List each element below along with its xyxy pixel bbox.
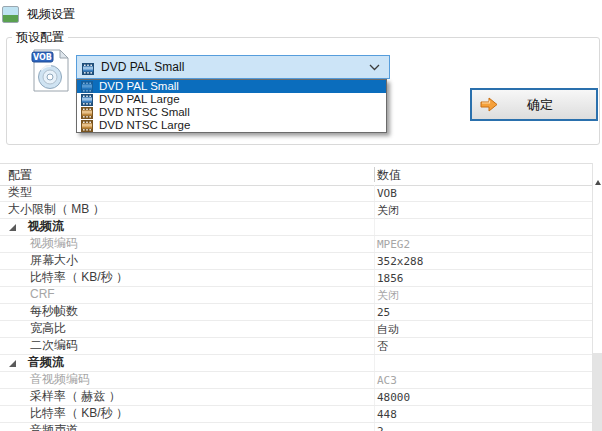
setting-label: 屏幕大小 [30, 253, 78, 268]
cell-divider [374, 355, 375, 371]
setting-label: 比特率（ KB/秒 ） [30, 270, 128, 285]
setting-value: 48000 [377, 390, 410, 405]
table-row: CRF关闭 [0, 287, 592, 304]
setting-label: 比特率（ KB/秒 ） [30, 406, 128, 421]
expander-triangle-icon[interactable] [9, 360, 16, 367]
film-strip-tan-icon [81, 107, 93, 119]
table-row[interactable]: 宽高比自动 [0, 321, 592, 338]
setting-value: 448 [377, 407, 397, 422]
preset-combobox[interactable]: DVD PAL Small [76, 55, 390, 79]
settings-table-body: 类型VOB大小限制（ MB ）关闭视频流视频编码MPEG2屏幕大小352x288… [0, 185, 592, 431]
setting-label: 视频编码 [30, 236, 78, 251]
setting-value: 25 [377, 305, 390, 320]
table-scrollbar[interactable] [592, 163, 602, 431]
vob-file-icon: VOB [31, 49, 71, 93]
dropdown-item[interactable]: DVD PAL Large [77, 93, 386, 106]
setting-value: 关闭 [377, 288, 399, 303]
table-row[interactable]: 采样率（ 赫兹 ）48000 [0, 389, 592, 406]
setting-value: 352x288 [377, 254, 423, 269]
cell-divider [374, 253, 375, 269]
setting-label: 采样率（ 赫兹 ） [30, 389, 121, 404]
column-header-config[interactable]: 配置 [8, 167, 32, 184]
setting-value: 2 [377, 424, 384, 431]
svg-text:VOB: VOB [33, 53, 52, 62]
preset-groupbox: 预设配置 VOB DVD PAL Small [6, 37, 600, 145]
table-group-row[interactable]: 视频流 [0, 219, 592, 236]
window-header: 视频设置 [0, 3, 75, 25]
cell-divider [374, 321, 375, 337]
settings-table: 配置 数值 类型VOB大小限制（ MB ）关闭视频流视频编码MPEG2屏幕大小3… [0, 163, 602, 431]
column-header-value[interactable]: 数值 [377, 167, 401, 184]
table-row[interactable]: 音频声道2 [0, 423, 592, 431]
preset-dropdown-list: DVD PAL Small DVD PAL Large DVD NTSC Sma… [76, 79, 387, 133]
table-row[interactable]: 屏幕大小352x288 [0, 253, 592, 270]
setting-label: 音视频编码 [30, 372, 90, 387]
setting-value: 自动 [377, 322, 399, 337]
table-row[interactable]: 比特率（ KB/秒 ）448 [0, 406, 592, 423]
setting-label: 音频流 [28, 355, 64, 370]
ok-button[interactable]: 确定 [470, 88, 598, 121]
table-row[interactable]: 比特率（ KB/秒 ）1856 [0, 270, 592, 287]
cell-divider [374, 406, 375, 422]
cell-divider [374, 202, 375, 218]
setting-label: 类型 [8, 185, 32, 200]
setting-value: 否 [377, 339, 388, 354]
dropdown-item-label: DVD PAL Small [99, 80, 179, 93]
scrollbar-thumb[interactable] [593, 353, 602, 431]
cell-divider [374, 287, 375, 303]
settings-table-header: 配置 数值 [0, 164, 592, 186]
table-row: 视频编码MPEG2 [0, 236, 592, 253]
chevron-down-icon [369, 64, 380, 71]
cell-divider [374, 270, 375, 286]
table-row[interactable]: 类型VOB [0, 185, 592, 202]
column-divider[interactable] [374, 167, 375, 182]
dropdown-item-label: DVD PAL Large [99, 93, 180, 106]
table-row[interactable]: 每秒帧数25 [0, 304, 592, 321]
table-row[interactable]: 大小限制（ MB ）关闭 [0, 202, 592, 219]
expander-triangle-icon[interactable] [9, 224, 16, 231]
film-strip-blue-icon [81, 81, 93, 93]
dropdown-item[interactable]: DVD NTSC Large [77, 119, 386, 132]
scroll-up-arrow-icon[interactable] [595, 180, 601, 185]
dropdown-item[interactable]: DVD PAL Small [77, 80, 386, 93]
cell-divider [374, 372, 375, 388]
table-group-row[interactable]: 音频流 [0, 355, 592, 372]
setting-label: 每秒帧数 [30, 304, 78, 319]
video-settings-dialog: 视频设置 预设配置 VOB DVD PAL Small [0, 0, 602, 431]
ok-button-label: 确定 [498, 96, 582, 114]
cell-divider [374, 304, 375, 320]
cell-divider [374, 219, 375, 235]
setting-label: 宽高比 [30, 321, 66, 336]
setting-value: VOB [377, 186, 397, 201]
orange-arrow-right-icon [480, 97, 498, 112]
dropdown-item[interactable]: DVD NTSC Small [77, 106, 386, 119]
window-title: 视频设置 [27, 6, 75, 23]
setting-value: 1856 [377, 271, 404, 286]
cell-divider [374, 236, 375, 252]
dropdown-item-label: DVD NTSC Small [99, 106, 190, 119]
dropdown-item-label: DVD NTSC Large [99, 119, 190, 132]
setting-value: MPEG2 [377, 237, 410, 252]
film-strip-blue-icon [82, 61, 94, 73]
setting-label: 音频声道 [30, 423, 78, 431]
film-strip-tan-icon [81, 120, 93, 132]
setting-value: 关闭 [377, 203, 399, 218]
setting-label: 二次编码 [30, 338, 78, 353]
cell-divider [374, 423, 375, 431]
preset-groupbox-label: 预设配置 [12, 29, 68, 46]
table-row: 音视频编码AC3 [0, 372, 592, 389]
setting-label: 视频流 [28, 219, 64, 234]
setting-value: AC3 [377, 373, 397, 388]
table-row[interactable]: 二次编码否 [0, 338, 592, 355]
film-strip-blue-icon [81, 94, 93, 106]
picture-icon [2, 6, 19, 23]
cell-divider [374, 185, 375, 201]
setting-label: CRF [30, 287, 55, 302]
preset-combobox-value: DVD PAL Small [101, 60, 369, 74]
cell-divider [374, 389, 375, 405]
setting-label: 大小限制（ MB ） [8, 202, 105, 217]
cell-divider [374, 338, 375, 354]
